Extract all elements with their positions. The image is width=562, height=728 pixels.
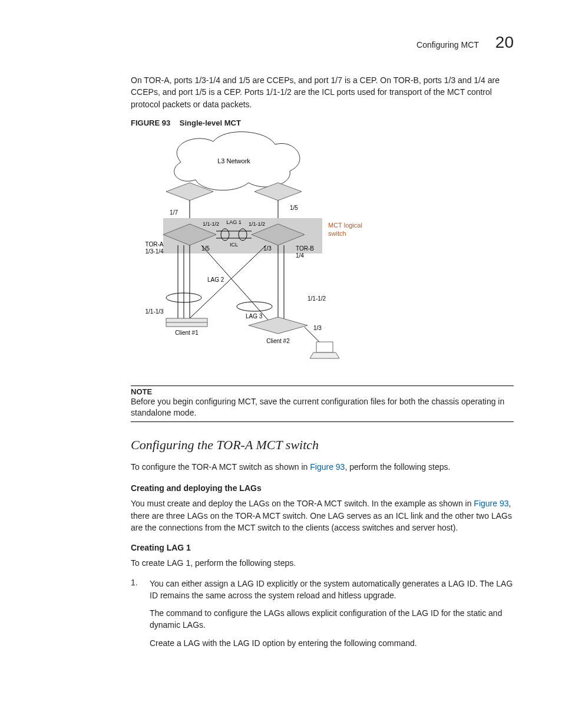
h2-para-post: , perform the following steps. bbox=[345, 462, 450, 472]
subheading-creating-deploying-lags: Creating and deploying the LAGs bbox=[48, 483, 514, 493]
svg-rect-21 bbox=[316, 342, 333, 353]
page: Configuring MCT 20 On TOR-A, ports 1/3-1… bbox=[0, 0, 562, 728]
svg-marker-22 bbox=[310, 353, 339, 358]
port-1-5-left: 1/5 bbox=[201, 245, 210, 252]
h2-paragraph: To configure the TOR-A MCT switch as sho… bbox=[48, 461, 514, 473]
icl-label: ICL bbox=[230, 242, 238, 248]
figure-caption: FIGURE 93 Single-level MCT bbox=[48, 118, 514, 127]
tor-a-label: TOR-A bbox=[146, 241, 164, 248]
svg-line-13 bbox=[201, 245, 269, 321]
step1-p1: You can either assign a LAG ID explicitl… bbox=[150, 578, 514, 602]
client2-ports: 1/1-1/2 bbox=[308, 295, 326, 302]
figure-93-link-2[interactable]: Figure 93 bbox=[474, 499, 508, 508]
icl-left-ports: 1/1-1/2 bbox=[203, 221, 219, 227]
lag3-ellipse bbox=[237, 302, 272, 311]
step-body: You can either assign a LAG ID explicitl… bbox=[150, 578, 514, 655]
intro-paragraph: On TOR-A, ports 1/3-1/4 and 1/5 are CCEP… bbox=[48, 74, 514, 110]
note-rule-bottom bbox=[131, 421, 514, 422]
port-1-3: 1/3 bbox=[263, 245, 272, 252]
h4-paragraph: To create LAG 1, perform the following s… bbox=[48, 557, 514, 569]
header-chapter-number: 20 bbox=[495, 33, 514, 52]
running-header: Configuring MCT 20 bbox=[48, 33, 514, 52]
port-1-3-host: 1/3 bbox=[313, 325, 322, 331]
client1-icon: Client #1 bbox=[166, 318, 207, 336]
step-list: 1. You can either assign a LAG ID explic… bbox=[48, 578, 514, 655]
client2-icon: Client #2 1/3 bbox=[249, 317, 339, 358]
subheading-creating-lag1: Creating LAG 1 bbox=[48, 543, 514, 552]
client1-ports: 1/1-1/3 bbox=[145, 308, 164, 315]
tor-b-label: TOR-B bbox=[296, 245, 314, 252]
note-rule-top bbox=[131, 386, 514, 386]
step-1: 1. You can either assign a LAG ID explic… bbox=[131, 578, 514, 655]
client2-label: Client #2 bbox=[266, 338, 290, 344]
note-text: Before you begin configuring MCT, save t… bbox=[131, 396, 514, 419]
client1-label: Client #1 bbox=[175, 330, 199, 336]
lag2-label: LAG 2 bbox=[207, 276, 224, 283]
tor-a-ports: 1/3-1/4 bbox=[145, 248, 164, 255]
header-section-title: Configuring MCT bbox=[416, 40, 479, 50]
h3-paragraph: You must create and deploy the LAGs on t… bbox=[48, 498, 514, 533]
cloud-icon: L3 Network bbox=[174, 131, 300, 190]
section-heading-configuring-tor-a: Configuring the TOR-A MCT switch bbox=[48, 437, 514, 453]
step1-p2: The command to configure the LAGs allows… bbox=[150, 607, 514, 631]
step-number: 1. bbox=[131, 578, 141, 655]
h3-para-pre: You must create and deploy the LAGs on t… bbox=[131, 499, 474, 508]
figure-title: Single-level MCT bbox=[180, 118, 241, 127]
note-label: NOTE bbox=[131, 387, 514, 396]
note-block: NOTE Before you begin configuring MCT, s… bbox=[48, 386, 514, 422]
mct-logical-label-line1: MCT logical bbox=[328, 222, 362, 229]
figure-diagram: L3 Network 1/7 1/5 MCT logical switch bbox=[48, 130, 514, 365]
figure-93-link[interactable]: Figure 93 bbox=[310, 462, 345, 472]
figure-label: FIGURE 93 bbox=[131, 118, 170, 127]
svg-line-14 bbox=[190, 245, 266, 318]
l3-network-label: L3 Network bbox=[217, 157, 250, 164]
lag1-label: LAG 1 bbox=[226, 219, 242, 225]
svg-marker-19 bbox=[249, 317, 308, 334]
lag3-label: LAG 3 bbox=[246, 313, 263, 319]
h2-para-pre: To configure the TOR-A MCT switch as sho… bbox=[131, 462, 310, 472]
port-1-5-top-label: 1/5 bbox=[290, 205, 298, 211]
port-1-7-label: 1/7 bbox=[170, 209, 178, 216]
step1-p3: Create a LAG with the LAG ID option by e… bbox=[150, 637, 514, 649]
tor-b-port: 1/4 bbox=[296, 252, 304, 259]
mct-logical-label-line2: switch bbox=[328, 230, 346, 237]
icl-right-ports: 1/1-1/2 bbox=[249, 221, 265, 227]
